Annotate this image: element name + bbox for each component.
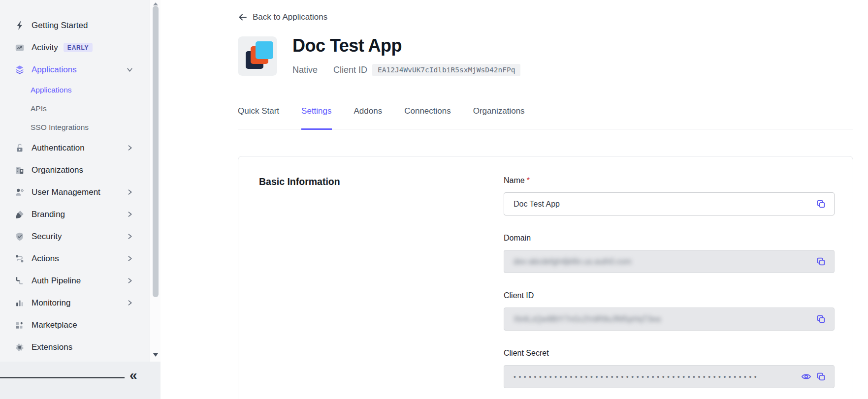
sidebar-item-auth-pipeline[interactable]: Auth Pipeline — [0, 270, 161, 292]
client-id-field: Client ID Xk4LzQw9BtY7nGc2VdR8sJfM5pHqT3… — [504, 291, 835, 331]
client-id-value-redacted: Xk4LzQw9BtY7nGc2VdR8sJfM5pHqT3ea — [514, 315, 813, 324]
app-meta: Native Client ID EA12J4WvUK7cIdlbiR5sxMj… — [292, 64, 520, 76]
name-input-wrapper — [504, 192, 835, 215]
tab-bar: Quick Start Settings Addons Connections … — [238, 106, 853, 129]
tab-addons[interactable]: Addons — [354, 106, 383, 130]
tab-connections[interactable]: Connections — [404, 106, 451, 130]
copy-icon — [816, 199, 826, 209]
chevron-right-icon — [127, 211, 133, 217]
client-id-input-wrapper: Xk4LzQw9BtY7nGc2VdR8sJfM5pHqT3ea — [504, 307, 835, 331]
app-type-label: Native — [292, 65, 318, 75]
app-logo — [238, 36, 277, 76]
copy-icon — [816, 371, 826, 382]
chevron-right-icon — [127, 300, 133, 306]
domain-value-redacted: dev-abcdefgh4jkl6n.us.auth0.com — [514, 257, 813, 266]
sidebar-item-applications[interactable]: Applications — [0, 59, 161, 81]
sidebar-item-extensions[interactable]: Extensions — [0, 336, 161, 358]
chevron-right-icon — [127, 189, 133, 195]
chevron-right-icon — [127, 255, 133, 262]
sidebar-item-authentication[interactable]: Authentication — [0, 137, 161, 159]
sidebar-item-activity[interactable]: Activity EARLY — [0, 36, 161, 59]
applications-icon — [14, 64, 25, 75]
logo-blue-square — [256, 41, 273, 59]
client-secret-input-wrapper: ••••••••••••••••••••••••••••••••••••••••… — [504, 365, 835, 388]
bolt-icon — [14, 20, 25, 31]
copy-name-button[interactable] — [813, 197, 828, 212]
domain-field-label: Domain — [504, 234, 835, 243]
collapse-sidebar-button[interactable]: « — [129, 368, 137, 382]
extensions-icon — [14, 342, 25, 353]
auth-pipeline-icon — [14, 276, 25, 286]
early-badge: EARLY — [64, 43, 93, 52]
client-secret-field-label: Client Secret — [504, 349, 835, 358]
sidebar-item-label: Auth Pipeline — [32, 276, 81, 286]
sidebar-item-user-management[interactable]: User Management — [0, 181, 161, 203]
copy-client-secret-button[interactable] — [813, 369, 828, 384]
reveal-client-secret-button[interactable] — [799, 369, 813, 384]
tab-organizations[interactable]: Organizations — [473, 106, 525, 130]
auth0-dashboard: Getting Started Activity EARLY Applica — [0, 0, 868, 399]
security-shield-icon — [14, 231, 25, 242]
tab-quick-start[interactable]: Quick Start — [238, 106, 279, 130]
back-link-label: Back to Applications — [253, 12, 327, 22]
sidebar-item-security[interactable]: Security — [0, 225, 161, 247]
copy-icon — [816, 256, 826, 267]
sidebar-item-label: Marketplace — [32, 320, 77, 330]
tab-settings[interactable]: Settings — [301, 106, 331, 130]
client-id-badge[interactable]: EA12J4WvUK7cIdlbiR5sxMjWsD42nFPq — [372, 64, 520, 76]
actions-icon — [14, 253, 25, 264]
sidebar-subitem-apis[interactable]: APIs — [0, 99, 161, 118]
copy-domain-button[interactable] — [813, 254, 828, 269]
marketplace-icon — [14, 320, 25, 331]
section-title: Basic Information — [259, 176, 340, 187]
sidebar-item-label: Activity — [32, 43, 58, 53]
sidebar-item-branding[interactable]: Branding — [0, 203, 161, 225]
sidebar-item-label: Authentication — [32, 143, 85, 153]
chevron-right-icon — [127, 233, 133, 240]
sidebar-item-label: Actions — [32, 254, 59, 264]
sidebar-item-label: Branding — [32, 210, 65, 219]
chevron-down-icon — [127, 66, 133, 73]
sidebar-item-label: Organizations — [32, 165, 83, 175]
client-id-field-label: Client ID — [504, 291, 835, 300]
lock-icon — [14, 143, 25, 153]
name-field: Name* — [504, 176, 835, 215]
form-fields: Name* Domain dev-abc — [504, 176, 835, 399]
sidebar-item-label: Security — [32, 232, 62, 242]
page-title: Doc Test App — [292, 35, 402, 56]
scroll-down-icon[interactable] — [153, 353, 158, 357]
sidebar: Getting Started Activity EARLY Applica — [0, 0, 161, 399]
sidebar-item-label: User Management — [32, 187, 100, 197]
back-to-applications-link[interactable]: Back to Applications — [238, 12, 327, 22]
monitoring-icon — [14, 298, 25, 308]
sidebar-nav: Getting Started Activity EARLY Applica — [0, 0, 161, 362]
footer-divider — [0, 377, 125, 378]
scroll-up-icon[interactable] — [153, 2, 158, 5]
sidebar-item-label: Extensions — [32, 342, 72, 352]
sidebar-subitem-applications[interactable]: Applications — [0, 81, 161, 99]
sidebar-scrollbar[interactable] — [150, 0, 161, 362]
sidebar-item-label: Getting Started — [32, 21, 88, 31]
activity-icon — [14, 42, 25, 53]
name-input[interactable] — [514, 200, 813, 209]
copy-client-id-button[interactable] — [813, 312, 828, 327]
sidebar-subitem-sso-integrations[interactable]: SSO Integrations — [0, 118, 161, 137]
branding-icon — [14, 209, 25, 220]
name-field-label: Name* — [504, 176, 835, 185]
main-content: Back to Applications Doc Test App Native… — [161, 0, 868, 399]
copy-icon — [816, 314, 826, 324]
domain-input-wrapper: dev-abcdefgh4jkl6n.us.auth0.com — [504, 250, 835, 273]
sidebar-item-label: Monitoring — [32, 298, 70, 308]
client-id-label: Client ID — [333, 65, 367, 75]
sidebar-item-organizations[interactable]: Organizations — [0, 159, 161, 181]
sidebar-item-monitoring[interactable]: Monitoring — [0, 292, 161, 314]
sidebar-item-getting-started[interactable]: Getting Started — [0, 14, 161, 36]
sidebar-item-marketplace[interactable]: Marketplace — [0, 314, 161, 336]
eye-icon — [801, 371, 811, 382]
scrollbar-thumb[interactable] — [153, 6, 159, 297]
sidebar-item-actions[interactable]: Actions — [0, 247, 161, 270]
organizations-icon — [14, 165, 25, 176]
client-secret-field: Client Secret ••••••••••••••••••••••••••… — [504, 349, 835, 388]
domain-field: Domain dev-abcdefgh4jkl6n.us.auth0.com — [504, 234, 835, 273]
chevron-right-icon — [127, 277, 133, 284]
